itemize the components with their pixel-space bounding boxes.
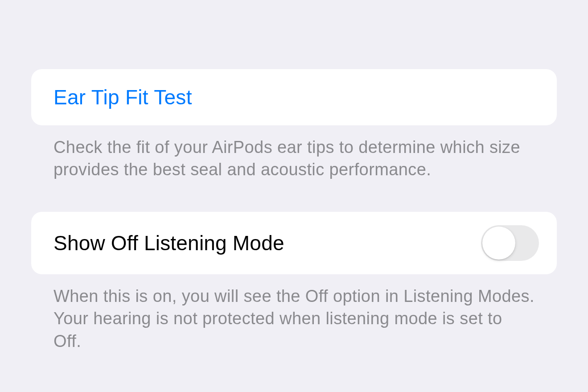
ear-tip-fit-test-row[interactable]: Ear Tip Fit Test: [31, 69, 557, 125]
ear-tip-fit-test-footer: Check the fit of your AirPods ear tips t…: [31, 125, 557, 181]
toggle-knob: [482, 227, 515, 260]
show-off-listening-label: Show Off Listening Mode: [53, 231, 284, 255]
show-off-listening-footer: When this is on, you will see the Off op…: [31, 274, 557, 352]
ear-tip-fit-test-link[interactable]: Ear Tip Fit Test: [53, 86, 192, 109]
show-off-listening-toggle[interactable]: [481, 225, 539, 261]
show-off-listening-row: Show Off Listening Mode: [31, 212, 557, 274]
